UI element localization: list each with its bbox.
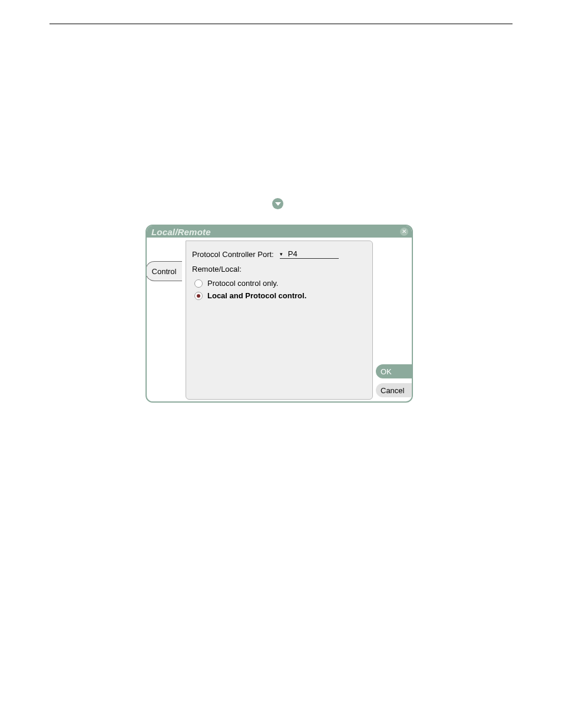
local-remote-dialog: Local/Remote ✕ Control Protocol Controll…: [146, 225, 413, 403]
dialog-title: Local/Remote: [151, 227, 211, 237]
radio-label: Protocol control only.: [207, 279, 278, 288]
page-rule: [49, 24, 513, 24]
ok-label: OK: [381, 367, 392, 376]
remote-local-label: Remote/Local:: [192, 265, 366, 274]
cancel-button[interactable]: Cancel: [376, 383, 412, 397]
port-row: Protocol Controller Port: ▾ P4: [192, 249, 366, 259]
dialog-titlebar: Local/Remote ✕: [147, 226, 412, 238]
radio-icon: [194, 279, 203, 288]
close-icon[interactable]: ✕: [400, 228, 408, 236]
tab-control[interactable]: Control: [146, 261, 182, 281]
control-panel: Protocol Controller Port: ▾ P4 Remote/Lo…: [186, 241, 373, 400]
cancel-label: Cancel: [381, 386, 404, 395]
ok-button[interactable]: OK: [376, 364, 412, 378]
port-value: P4: [288, 249, 297, 258]
port-label: Protocol Controller Port:: [192, 250, 274, 259]
chevron-down-icon: ▾: [280, 251, 286, 257]
radio-protocol-only[interactable]: Protocol control only.: [192, 277, 366, 289]
dialog-body: Control Protocol Controller Port: ▾ P4 R…: [147, 238, 412, 401]
radio-local-and-protocol[interactable]: Local and Protocol control.: [192, 289, 366, 302]
triangle-down-icon: [275, 202, 281, 206]
port-select[interactable]: ▾ P4: [280, 249, 339, 259]
dropdown-icon: [272, 198, 283, 209]
radio-label: Local and Protocol control.: [207, 291, 306, 300]
tab-label: Control: [152, 267, 177, 276]
radio-icon: [194, 292, 203, 300]
